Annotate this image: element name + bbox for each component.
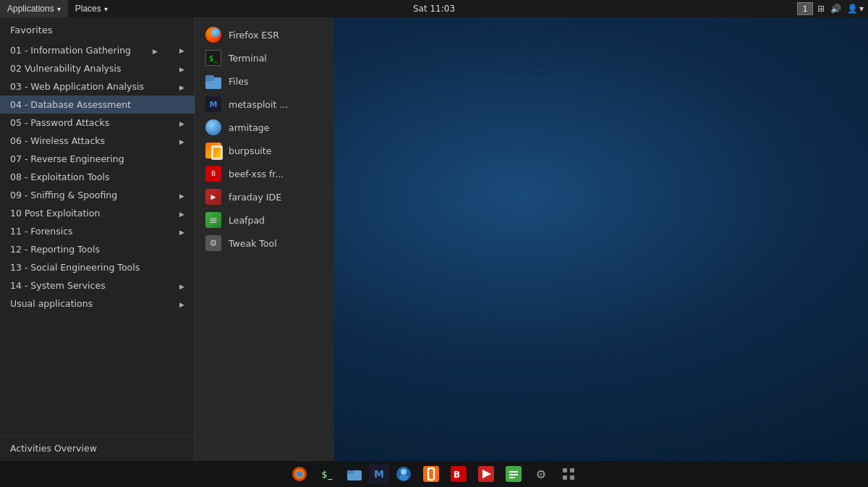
submenu-arrow-icon bbox=[179, 298, 184, 309]
svg-point-7 bbox=[401, 469, 407, 475]
svg-rect-22 bbox=[570, 475, 574, 480]
applications-menu: Favorites 01 - Information Gathering 02 … bbox=[0, 17, 334, 461]
menu-item-sniffing-spoofing[interactable]: 09 - Sniffing & Spoofing bbox=[0, 186, 195, 204]
faraday-icon: ▶ bbox=[205, 189, 221, 205]
tweak-icon: ⚙ bbox=[205, 235, 221, 251]
power-icon[interactable]: 👤▾ bbox=[846, 4, 865, 14]
svg-point-8 bbox=[399, 475, 408, 480]
menu-item-reverse-engineering[interactable]: 07 - Reverse Engineering bbox=[0, 150, 195, 168]
fav-item-firefox[interactable]: Firefox ESR bbox=[195, 23, 334, 46]
taskbar-app9[interactable] bbox=[501, 461, 527, 487]
svg-rect-19 bbox=[563, 468, 567, 473]
menu-item-system-services[interactable]: 14 - System Services bbox=[0, 276, 195, 295]
taskbar-app7[interactable]: B bbox=[446, 461, 472, 487]
places-menu-button[interactable]: Places bbox=[68, 0, 115, 17]
submenu-arrow-icon bbox=[179, 63, 184, 74]
menu-item-label: 01 - Information Gathering bbox=[10, 45, 131, 56]
fav-item-label: Tweak Tool bbox=[229, 238, 277, 249]
taskbar-app5[interactable] bbox=[391, 461, 417, 487]
burpsuite-icon bbox=[205, 143, 221, 158]
beef-icon: B bbox=[205, 166, 221, 182]
taskbar: $_ M B bbox=[0, 461, 868, 487]
sound-icon[interactable]: 🔊 bbox=[829, 4, 843, 14]
menu-item-label: 07 - Reverse Engineering bbox=[10, 153, 124, 164]
menu-item-label: 10 Post Exploitation bbox=[10, 208, 100, 219]
menu-item-label: 05 - Password Attacks bbox=[10, 117, 109, 128]
user-icon: 👤 bbox=[847, 4, 858, 14]
menu-item-label: 02 Vulnerability Analysis bbox=[10, 63, 122, 74]
menu-item-post-exploitation[interactable]: 10 Post Exploitation bbox=[0, 204, 195, 222]
fav-item-leafpad[interactable]: ≡ Leafpad bbox=[195, 208, 334, 232]
fav-item-label: Leafpad bbox=[229, 215, 265, 226]
fav-item-label: Files bbox=[229, 76, 248, 87]
favorites-panel: Firefox ESR $_ Terminal Files M metasplo… bbox=[195, 17, 334, 461]
menu-item-label: 13 - Social Engineering Tools bbox=[10, 262, 140, 273]
panel-right: 1 ⊞ 🔊 👤▾ bbox=[797, 2, 868, 15]
menu-item-db-assessment[interactable]: 04 - Database Assessment bbox=[0, 96, 195, 114]
fav-item-label: beef-xss fr... bbox=[229, 169, 284, 179]
svg-rect-20 bbox=[570, 468, 574, 473]
fav-item-armitage[interactable]: armitage bbox=[195, 116, 334, 139]
menu-item-label: 12 - Reporting Tools bbox=[10, 244, 100, 255]
fav-item-label: metasploit ... bbox=[229, 99, 288, 110]
fav-item-terminal[interactable]: $_ Terminal bbox=[195, 46, 334, 69]
menu-item-wireless-attacks[interactable]: 06 - Wireless Attacks bbox=[0, 132, 195, 150]
fav-item-label: armitage bbox=[229, 122, 269, 133]
fav-item-beef[interactable]: B beef-xss fr... bbox=[195, 162, 334, 185]
menu-bottom: Activities Overview bbox=[0, 436, 195, 461]
fav-item-faraday[interactable]: ▶ faraday IDE bbox=[195, 185, 334, 208]
menu-item-social-engineering[interactable]: 13 - Social Engineering Tools bbox=[0, 258, 195, 276]
birds-decoration bbox=[492, 58, 579, 116]
submenu-arrow-icon bbox=[179, 117, 184, 128]
panel-left: Applications Places bbox=[0, 0, 115, 17]
menu-item-reporting-tools[interactable]: 12 - Reporting Tools bbox=[0, 240, 195, 258]
menu-item-label: 06 - Wireless Attacks bbox=[10, 135, 105, 146]
taskbar-terminal[interactable]: $_ bbox=[314, 461, 340, 487]
menu-left-panel: Favorites 01 - Information Gathering 02 … bbox=[0, 17, 195, 461]
submenu-arrow-icon bbox=[179, 135, 184, 146]
svg-rect-21 bbox=[563, 475, 567, 480]
workspace-button[interactable]: 1 bbox=[797, 2, 813, 15]
favorites-header: Favorites bbox=[0, 17, 195, 41]
taskbar-app6[interactable] bbox=[418, 461, 444, 487]
metasploit-icon: M bbox=[205, 96, 221, 112]
submenu-arrow-icon bbox=[179, 280, 184, 291]
fav-item-files[interactable]: Files bbox=[195, 69, 334, 93]
applications-menu-button[interactable]: Applications bbox=[0, 0, 68, 17]
submenu-arrow-icon bbox=[179, 81, 184, 92]
menu-item-label: 03 - Web Application Analysis bbox=[10, 81, 144, 92]
taskbar-app10[interactable]: ⚙ bbox=[528, 461, 554, 487]
menu-item-label: Usual applications bbox=[10, 298, 93, 309]
fav-item-label: faraday IDE bbox=[229, 192, 281, 203]
menu-item-label: 04 - Database Assessment bbox=[10, 99, 131, 110]
taskbar-files[interactable] bbox=[341, 461, 367, 487]
firefox-icon bbox=[205, 27, 221, 43]
terminal-icon: $_ bbox=[205, 50, 221, 66]
taskbar-app-grid[interactable] bbox=[556, 461, 582, 487]
fav-item-label: Firefox ESR bbox=[229, 30, 279, 41]
clock-display: Sat 11:03 bbox=[413, 4, 455, 14]
menu-item-web-app[interactable]: 03 - Web Application Analysis bbox=[0, 77, 195, 96]
network-icon[interactable]: ⊞ bbox=[816, 4, 826, 14]
menu-item-vuln-analysis[interactable]: 02 Vulnerability Analysis bbox=[0, 59, 195, 77]
menu-item-exploitation-tools[interactable]: 08 - Exploitation Tools bbox=[0, 168, 195, 186]
taskbar-metasploit[interactable]: M bbox=[369, 464, 389, 484]
fav-item-tweak[interactable]: ⚙ Tweak Tool bbox=[195, 232, 334, 255]
menu-item-forensics[interactable]: 11 - Forensics bbox=[0, 222, 195, 240]
submenu-arrow-icon bbox=[179, 226, 184, 237]
menu-item-usual-applications[interactable]: Usual applications bbox=[0, 295, 195, 313]
taskbar-app8[interactable] bbox=[473, 461, 499, 487]
menu-item-label: 14 - System Services bbox=[10, 280, 106, 291]
menu-item-label: 08 - Exploitation Tools bbox=[10, 171, 109, 182]
svg-rect-5 bbox=[347, 470, 354, 474]
menu-item-label: 09 - Sniffing & Spoofing bbox=[10, 190, 117, 200]
activities-overview-button[interactable]: Activities Overview bbox=[10, 443, 184, 454]
fav-item-metasploit[interactable]: M metasploit ... bbox=[195, 93, 334, 116]
fav-item-label: burpsuite bbox=[229, 145, 271, 156]
fav-item-label: Terminal bbox=[229, 53, 267, 64]
fav-item-burpsuite[interactable]: burpsuite bbox=[195, 139, 334, 162]
menu-item-password-attacks[interactable]: 05 - Password Attacks bbox=[0, 114, 195, 132]
armitage-icon bbox=[205, 119, 221, 135]
taskbar-firefox[interactable] bbox=[286, 461, 312, 487]
menu-item-info-gathering[interactable]: 01 - Information Gathering bbox=[0, 41, 195, 59]
